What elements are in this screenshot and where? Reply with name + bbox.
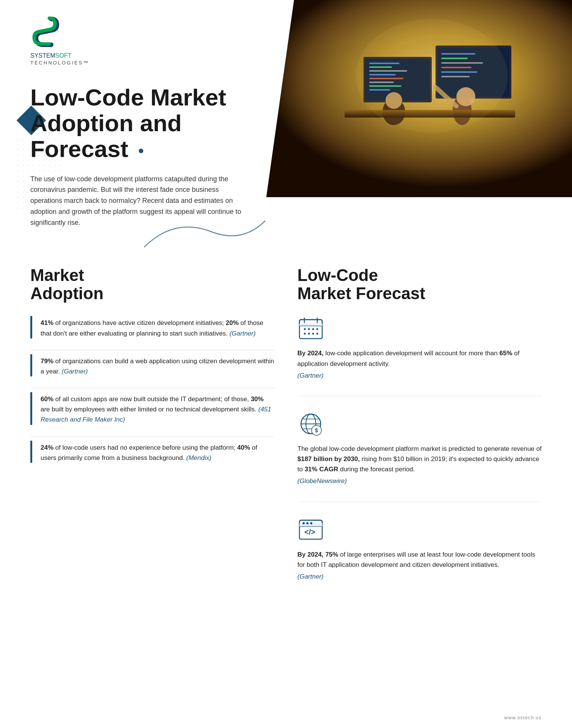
forecast-title: Low-Code Market Forecast (298, 266, 542, 303)
code-icon: </> (298, 517, 324, 542)
stat-bar-1 (30, 316, 32, 338)
forecast-link-3[interactable]: (Gartner) (298, 571, 542, 582)
stat-bar-4 (30, 441, 32, 463)
title-dot (139, 149, 143, 153)
stat-text-1: 41% of organizations have active citizen… (41, 316, 275, 338)
stat-bar-3 (30, 392, 32, 425)
logo-area: SYSTEMSOFT TECHNOLOGIES™ (30, 15, 144, 66)
page-footer: www.sstech.us (504, 715, 542, 720)
stat-text-2: 79% of organizations can build a web app… (41, 354, 275, 377)
svg-point-31 (304, 328, 306, 330)
svg-rect-26 (299, 320, 322, 339)
forecast-text-3: By 2024, 75% of large enterprises will u… (298, 549, 542, 582)
svg-point-35 (304, 333, 306, 335)
market-adoption-title: Market Adoption (30, 266, 275, 303)
forecast-item-3: </> By 2024, 75% of large enterprises wi… (298, 517, 542, 597)
stat-bar-2 (30, 354, 32, 377)
logo-text: SYSTEMSOFT TECHNOLOGIES™ (30, 52, 89, 66)
svg-text:$: $ (315, 427, 318, 433)
logo-soft: SOFT (55, 52, 72, 59)
stat-item-4: 24% of low-code users had no experience … (30, 441, 275, 474)
logo-icon (30, 15, 61, 49)
logo-technologies: TECHNOLOGIES™ (30, 60, 89, 66)
stat-item-2: 79% of organizations can build a web app… (30, 354, 275, 388)
page-title: Low-Code Market Adoption and Forecast (30, 85, 243, 162)
stat-item-1: 41% of organizations have active citizen… (30, 316, 275, 350)
svg-point-50 (306, 522, 309, 524)
blue-curve-decoration (144, 209, 265, 259)
svg-point-34 (316, 328, 318, 330)
title-section: Low-Code Market Adoption and Forecast Th… (0, 73, 572, 228)
content-area: Market Adoption 41% of organizations hav… (0, 243, 572, 635)
stat-text-4: 24% of low-code users had no experience … (41, 441, 275, 463)
left-column: Market Adoption 41% of organizations hav… (30, 266, 275, 612)
stat-text-3: 60% of all custom apps are now built out… (41, 392, 275, 425)
stat-link-4[interactable]: (Mendix) (186, 454, 212, 461)
svg-point-33 (312, 328, 314, 330)
right-column: Low-Code Market Forecast (298, 266, 542, 612)
globe-dollar-icon: $ (298, 411, 324, 436)
svg-point-32 (308, 328, 310, 330)
svg-point-38 (316, 333, 318, 335)
svg-point-37 (312, 333, 314, 335)
forecast-item-1: By 2024, low-code application developmen… (298, 316, 542, 396)
svg-point-51 (310, 522, 312, 524)
logo-system: SYSTEM (30, 52, 55, 59)
forecast-item-2: $ The global low-code development platfo… (298, 411, 542, 502)
forecast-text-1: By 2024, low-code application developmen… (298, 348, 542, 381)
forecast-text-2: The global low-code development platform… (298, 444, 542, 486)
svg-point-49 (302, 522, 305, 524)
svg-text:</>: </> (304, 528, 315, 536)
stat-link-3[interactable]: (451 Research and File Maker Inc) (41, 406, 271, 423)
svg-point-36 (308, 333, 310, 335)
calendar-icon (298, 316, 324, 340)
stat-link-1[interactable]: (Gartner) (229, 330, 255, 337)
stat-item-3: 60% of all custom apps are now built out… (30, 392, 275, 437)
stat-link-2[interactable]: (Gartner) (62, 368, 88, 375)
svg-rect-28 (299, 323, 322, 326)
forecast-link-1[interactable]: (Gartner) (298, 370, 542, 381)
forecast-link-2[interactable]: (GlobeNewswire) (298, 476, 542, 486)
